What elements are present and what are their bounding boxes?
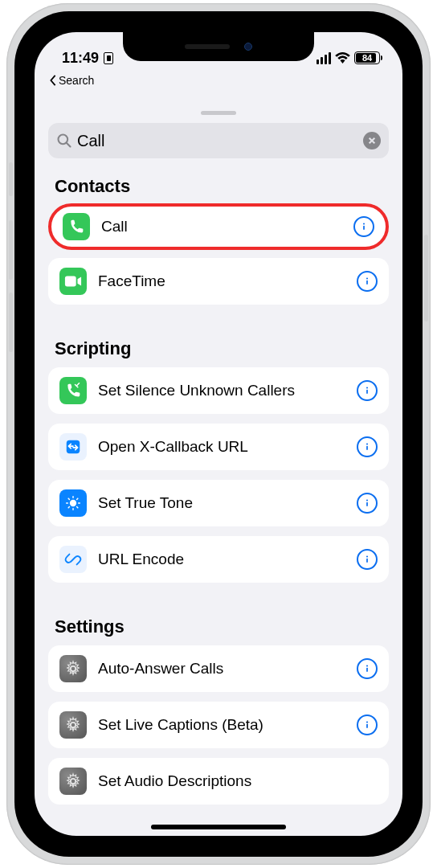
svg-line-22 — [77, 498, 78, 499]
row-label: Set Audio Descriptions — [98, 772, 378, 790]
search-icon — [56, 133, 72, 149]
svg-point-2 — [363, 223, 365, 224]
list-item-urlencode[interactable]: URL Encode — [48, 536, 389, 583]
facetime-icon — [59, 268, 87, 295]
info-button[interactable] — [357, 436, 378, 457]
svg-point-14 — [70, 500, 76, 506]
svg-line-1 — [67, 143, 71, 147]
back-button[interactable]: Search — [49, 74, 94, 87]
svg-point-31 — [366, 721, 368, 723]
silence-callers-icon — [59, 377, 87, 404]
screen: 11:49 84 Search — [35, 32, 402, 836]
svg-point-28 — [366, 665, 368, 666]
row-label: Auto-Answer Calls — [98, 660, 357, 678]
svg-rect-6 — [366, 280, 368, 285]
info-button[interactable] — [353, 216, 374, 237]
svg-rect-3 — [363, 226, 365, 230]
svg-rect-26 — [366, 559, 368, 563]
list-item-livecaptions[interactable]: Set Live Captions (Beta) — [48, 702, 389, 748]
gear-icon — [59, 655, 87, 682]
list-item-audiodesc[interactable]: Set Audio Descriptions — [48, 758, 389, 805]
svg-point-30 — [71, 723, 76, 727]
row-label: Open X-Callback URL — [98, 438, 357, 456]
svg-point-5 — [366, 277, 368, 279]
svg-point-7 — [366, 387, 368, 388]
row-label: URL Encode — [98, 551, 357, 568]
svg-rect-24 — [366, 502, 368, 506]
list-item-facetime[interactable]: FaceTime — [48, 258, 389, 305]
svg-line-21 — [68, 507, 69, 508]
wifi-icon — [335, 52, 350, 63]
section-header-contacts: Contacts — [55, 176, 382, 197]
sim-icon — [104, 52, 113, 64]
battery-icon: 84 — [354, 51, 380, 64]
link-icon — [59, 546, 87, 573]
info-button[interactable] — [357, 549, 378, 570]
svg-rect-32 — [366, 724, 368, 728]
search-input[interactable] — [77, 132, 363, 150]
list-item-xcallback[interactable]: Open X-Callback URL — [48, 424, 389, 470]
clear-search-button[interactable] — [363, 132, 381, 149]
list-item-call[interactable]: Call — [48, 203, 389, 250]
back-label: Search — [59, 74, 94, 87]
status-time: 11:49 — [62, 50, 113, 67]
sheet-grabber[interactable] — [201, 111, 236, 115]
svg-rect-29 — [366, 668, 368, 672]
list-item-truetone[interactable]: Set True Tone — [48, 480, 389, 526]
xcallback-icon — [59, 433, 87, 461]
signal-icon — [317, 52, 332, 64]
svg-line-19 — [68, 498, 69, 499]
svg-point-23 — [366, 499, 368, 501]
svg-rect-13 — [366, 446, 368, 450]
info-button[interactable] — [357, 493, 378, 514]
gear-icon — [59, 768, 87, 795]
list-item-autoanswer[interactable]: Auto-Answer Calls — [48, 645, 389, 692]
info-button[interactable] — [357, 658, 378, 679]
row-label: Set Live Captions (Beta) — [98, 716, 357, 734]
svg-rect-4 — [65, 276, 76, 287]
row-label: FaceTime — [98, 272, 357, 290]
row-label: Set True Tone — [98, 494, 357, 512]
search-bar[interactable] — [48, 123, 389, 158]
list-item-silence-unknown[interactable]: Set Silence Unknown Callers — [48, 367, 389, 414]
info-button[interactable] — [357, 271, 378, 292]
svg-point-27 — [71, 666, 76, 671]
svg-point-12 — [366, 443, 368, 444]
svg-point-25 — [366, 555, 368, 557]
section-header-scripting: Scripting — [55, 338, 382, 359]
row-label: Set Silence Unknown Callers — [98, 382, 357, 399]
info-button[interactable] — [357, 380, 378, 401]
section-header-settings: Settings — [55, 616, 382, 637]
phone-icon — [63, 213, 90, 240]
truetone-icon — [59, 489, 87, 517]
gear-icon — [59, 711, 87, 739]
home-indicator[interactable] — [151, 825, 286, 829]
row-label: Call — [101, 218, 353, 235]
info-button[interactable] — [357, 714, 378, 735]
svg-rect-8 — [366, 390, 368, 394]
status-bar: 11:49 84 — [35, 32, 402, 76]
svg-point-33 — [71, 779, 76, 784]
svg-line-20 — [77, 507, 78, 508]
svg-rect-9 — [67, 440, 80, 454]
